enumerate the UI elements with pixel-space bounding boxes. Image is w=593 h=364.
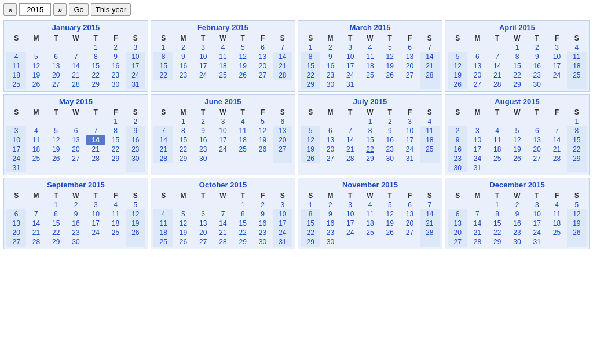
calendar-day[interactable]: 20 (6, 228, 26, 237)
calendar-day[interactable]: 28 (420, 228, 440, 237)
calendar-day[interactable]: 9 (507, 209, 527, 219)
calendar-day[interactable]: 23 (527, 71, 547, 80)
calendar-day[interactable]: 11 (213, 52, 233, 61)
calendar-day[interactable]: 8 (46, 209, 66, 219)
calendar-day[interactable]: 30 (193, 154, 213, 163)
calendar-day[interactable]: 14 (86, 135, 105, 145)
calendar-day[interactable]: 20 (320, 145, 340, 154)
calendar-day[interactable]: 22 (360, 145, 380, 154)
calendar-day[interactable]: 17 (341, 219, 360, 228)
calendar-day[interactable]: 3 (547, 43, 566, 52)
calendar-day[interactable]: 15 (507, 61, 527, 71)
calendar-day[interactable]: 22 (153, 71, 173, 80)
calendar-day[interactable]: 24 (341, 228, 360, 237)
calendar-day[interactable]: 12 (507, 135, 527, 145)
calendar-day[interactable]: 19 (301, 145, 320, 154)
calendar-day[interactable]: 26 (380, 71, 400, 80)
this-year-button[interactable]: This year (91, 3, 131, 16)
calendar-day[interactable]: 20 (527, 145, 547, 154)
calendar-day[interactable]: 23 (320, 71, 340, 80)
calendar-day[interactable]: 29 (507, 80, 527, 89)
calendar-day[interactable]: 12 (380, 52, 400, 61)
calendar-day[interactable]: 26 (301, 154, 320, 163)
calendar-day[interactable]: 18 (567, 61, 587, 71)
calendar-day[interactable]: 9 (380, 126, 400, 135)
calendar-day[interactable]: 17 (467, 145, 487, 154)
calendar-day[interactable]: 30 (105, 80, 125, 89)
calendar-day[interactable]: 7 (341, 126, 360, 135)
calendar-day[interactable]: 18 (420, 135, 440, 145)
calendar-day[interactable]: 16 (320, 219, 340, 228)
calendar-day[interactable]: 11 (6, 61, 26, 71)
calendar-day[interactable]: 22 (567, 145, 587, 154)
calendar-day[interactable]: 19 (448, 71, 467, 80)
calendar-day[interactable]: 7 (420, 43, 440, 52)
calendar-day[interactable]: 27 (193, 237, 213, 247)
calendar-day[interactable]: 13 (527, 135, 547, 145)
calendar-day[interactable]: 12 (301, 135, 320, 145)
calendar-day[interactable]: 8 (105, 126, 125, 135)
calendar-day[interactable]: 21 (420, 61, 440, 71)
calendar-day[interactable]: 27 (448, 237, 467, 247)
calendar-day[interactable]: 28 (153, 154, 173, 163)
calendar-day[interactable]: 13 (66, 135, 86, 145)
calendar-day[interactable]: 4 (105, 200, 125, 209)
calendar-day[interactable]: 16 (507, 219, 527, 228)
calendar-day[interactable]: 27 (320, 154, 340, 163)
calendar-day[interactable]: 2 (320, 200, 340, 209)
calendar-day[interactable]: 25 (567, 71, 587, 80)
calendar-day[interactable]: 9 (126, 126, 145, 135)
calendar-day[interactable]: 31 (6, 163, 26, 172)
calendar-day[interactable]: 8 (233, 209, 252, 219)
calendar-day[interactable]: 2 (507, 200, 527, 209)
calendar-day[interactable]: 13 (273, 126, 292, 135)
calendar-day[interactable]: 10 (86, 209, 105, 219)
calendar-day[interactable]: 14 (26, 219, 46, 228)
calendar-day[interactable]: 3 (126, 43, 145, 52)
calendar-day[interactable]: 24 (126, 71, 145, 80)
calendar-day[interactable]: 18 (105, 219, 125, 228)
calendar-day[interactable]: 6 (467, 52, 487, 61)
calendar-day[interactable]: 13 (252, 52, 272, 61)
calendar-day[interactable]: 8 (507, 52, 527, 61)
calendar-day[interactable]: 6 (400, 43, 419, 52)
calendar-day[interactable]: 5 (448, 52, 467, 61)
calendar-day[interactable]: 21 (86, 145, 105, 154)
calendar-day[interactable]: 1 (488, 200, 507, 209)
calendar-day[interactable]: 3 (400, 117, 419, 126)
calendar-day[interactable]: 13 (400, 209, 419, 219)
calendar-day[interactable]: 8 (360, 126, 380, 135)
calendar-day[interactable]: 24 (341, 71, 360, 80)
calendar-day[interactable]: 9 (173, 52, 193, 61)
calendar-day[interactable]: 27 (273, 145, 292, 154)
calendar-day[interactable]: 23 (66, 228, 86, 237)
calendar-day[interactable]: 22 (46, 228, 66, 237)
calendar-day[interactable]: 21 (213, 228, 233, 237)
calendar-day[interactable]: 23 (380, 145, 400, 154)
calendar-day[interactable]: 11 (420, 126, 440, 135)
year-input[interactable] (19, 3, 51, 16)
calendar-day[interactable]: 4 (233, 117, 252, 126)
calendar-day[interactable]: 25 (547, 228, 566, 237)
calendar-day[interactable]: 14 (420, 52, 440, 61)
calendar-day[interactable]: 15 (301, 219, 320, 228)
calendar-day[interactable]: 22 (233, 228, 252, 237)
calendar-day[interactable]: 25 (360, 71, 380, 80)
calendar-day[interactable]: 11 (26, 135, 46, 145)
calendar-day[interactable]: 29 (567, 154, 587, 163)
calendar-day[interactable]: 3 (273, 200, 292, 209)
calendar-day[interactable]: 13 (6, 219, 26, 228)
calendar-day[interactable]: 30 (527, 80, 547, 89)
calendar-day[interactable]: 31 (126, 80, 145, 89)
calendar-day[interactable]: 27 (66, 154, 86, 163)
calendar-day[interactable]: 4 (360, 200, 380, 209)
calendar-day[interactable]: 9 (66, 209, 86, 219)
calendar-day[interactable]: 28 (66, 80, 86, 89)
calendar-day[interactable]: 10 (341, 52, 360, 61)
calendar-day[interactable]: 18 (360, 61, 380, 71)
calendar-day[interactable]: 27 (252, 71, 272, 80)
calendar-day[interactable]: 3 (6, 126, 26, 135)
calendar-day[interactable]: 28 (467, 237, 487, 247)
calendar-day[interactable]: 5 (567, 200, 587, 209)
calendar-day[interactable]: 29 (86, 80, 105, 89)
